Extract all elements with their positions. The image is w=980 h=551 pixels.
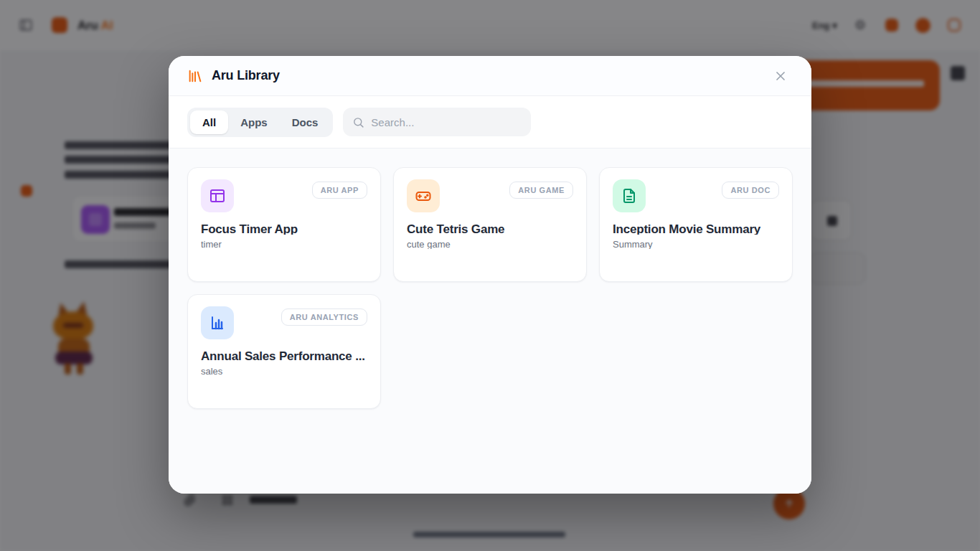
- bar-chart-icon: [201, 306, 234, 339]
- card-subtitle: sales: [201, 366, 367, 376]
- close-button[interactable]: [768, 64, 793, 88]
- card-subtitle: timer: [201, 239, 367, 249]
- library-card-inception-summary[interactable]: ARU DOC Inception Movie Summary Summary: [599, 167, 793, 282]
- library-icon: [187, 68, 203, 84]
- modal-header: Aru Library: [169, 56, 811, 96]
- card-subtitle: Summary: [613, 239, 779, 249]
- modal-title: Aru Library: [212, 68, 280, 83]
- tab-docs[interactable]: Docs: [280, 110, 331, 134]
- card-badge: ARU ANALYTICS: [281, 309, 367, 326]
- filter-row: All Apps Docs: [169, 96, 811, 149]
- card-title: Annual Sales Performance ...: [201, 349, 367, 362]
- card-title: Focus Timer App: [201, 222, 367, 235]
- library-card-tetris-game[interactable]: ARU GAME Cute Tetris Game cute game: [393, 167, 587, 282]
- tab-apps[interactable]: Apps: [228, 110, 280, 134]
- card-title: Inception Movie Summary: [613, 222, 779, 235]
- library-grid: ARU APP Focus Timer App timer ARU GAME C…: [169, 149, 811, 494]
- aru-library-modal: Aru Library All Apps Docs: [169, 56, 811, 494]
- card-badge: ARU DOC: [722, 182, 779, 199]
- tab-group: All Apps Docs: [187, 108, 333, 137]
- layout-template-icon: [201, 179, 234, 212]
- card-badge: ARU GAME: [509, 182, 573, 199]
- tab-all[interactable]: All: [190, 110, 228, 134]
- file-text-icon: [613, 179, 646, 212]
- card-title: Cute Tetris Game: [407, 222, 573, 235]
- library-card-annual-sales[interactable]: ARU ANALYTICS Annual Sales Performance .…: [187, 294, 381, 409]
- search-icon: [352, 116, 364, 128]
- gamepad-icon: [407, 179, 440, 212]
- search-input[interactable]: [371, 116, 522, 128]
- card-subtitle: cute game: [407, 239, 573, 249]
- card-badge: ARU APP: [312, 182, 367, 199]
- search-box[interactable]: [343, 108, 531, 136]
- app-root: Aru AI Eng ▾ ⚙: [0, 0, 980, 551]
- library-card-focus-timer[interactable]: ARU APP Focus Timer App timer: [187, 167, 381, 282]
